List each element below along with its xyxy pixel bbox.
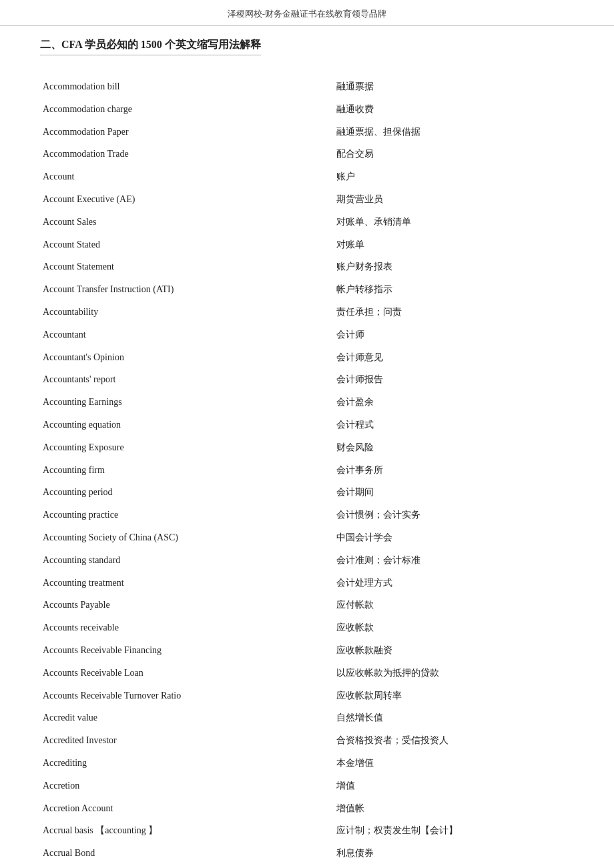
glossary-term-en: Account Sales: [40, 211, 334, 234]
glossary-row: Accountant's Opinion会计师意见: [40, 346, 574, 369]
glossary-row: Accounting equation会计程式: [40, 414, 574, 436]
glossary-term-zh: 会计师意见: [334, 346, 574, 369]
glossary-term-zh: 帐户转移指示: [334, 278, 574, 301]
glossary-row: Accounting treatment会计处理方式: [40, 572, 574, 594]
glossary-row: Accrediting本金增值: [40, 752, 574, 775]
glossary-row: Accounting firm会计事务所: [40, 459, 574, 482]
glossary-row: Accrual basis 【accounting 】应计制；权责发生制【会计】: [40, 819, 574, 842]
glossary-row: Accommodation bill融通票据: [40, 75, 574, 98]
glossary-term-zh: 应收帐款周转率: [334, 685, 574, 707]
glossary-term-en: Accounting equation: [40, 414, 334, 436]
glossary-term-en: Accommodation Trade: [40, 143, 334, 165]
glossary-row: Account Transfer Instruction (ATI)帐户转移指示: [40, 278, 574, 301]
glossary-row: Account Stated对账单: [40, 234, 574, 256]
glossary-term-en: Account Stated: [40, 234, 334, 256]
glossary-term-zh: 融通票据: [334, 75, 574, 98]
glossary-row: Accommodation Trade配合交易: [40, 143, 574, 165]
glossary-term-zh: 会计程式: [334, 414, 574, 436]
glossary-term-en: Accretion Account: [40, 797, 334, 820]
glossary-term-zh: 本金增值: [334, 752, 574, 775]
glossary-term-en: Accredited Investor: [40, 729, 334, 752]
glossary-term-en: Accounting Earnings: [40, 391, 334, 414]
glossary-term-zh: 账户: [334, 165, 574, 188]
glossary-row: Accretion Account增值帐: [40, 797, 574, 820]
glossary-term-en: Accounts Receivable Financing: [40, 639, 334, 662]
glossary-section: Accommodation bill融通票据Accommodation char…: [0, 75, 614, 868]
glossary-term-en: Accountability: [40, 301, 334, 324]
glossary-term-en: Account Executive (AE): [40, 188, 334, 211]
glossary-row: Accountants' report会计师报告: [40, 368, 574, 391]
glossary-row: Accounting period会计期间: [40, 481, 574, 504]
glossary-term-zh: 会计期间: [334, 481, 574, 504]
glossary-row: Accounts Receivable Financing应收帐款融资: [40, 639, 574, 662]
glossary-row: Accounts receivable应收帐款: [40, 616, 574, 639]
glossary-term-zh: 合资格投资者；受信投资人: [334, 729, 574, 752]
page-header: 泽稷网校-财务金融证书在线教育领导品牌: [0, 0, 614, 26]
glossary-term-en: Accounting practice: [40, 504, 334, 526]
page-title: 二、CFA 学员必知的 1500 个英文缩写用法解释: [40, 38, 261, 55]
header-text: 泽稷网校-财务金融证书在线教育领导品牌: [228, 9, 386, 19]
glossary-term-en: Accounting treatment: [40, 572, 334, 594]
glossary-term-zh: 应收帐款: [334, 616, 574, 639]
glossary-term-zh: 利息债券: [334, 842, 574, 865]
glossary-term-en: Accommodation charge: [40, 98, 334, 121]
glossary-row: Account账户: [40, 165, 574, 188]
glossary-row: Accounts Payable应付帐款: [40, 594, 574, 616]
glossary-term-en: Accrediting: [40, 752, 334, 775]
glossary-row: Accommodation Paper融通票据、担保借据: [40, 121, 574, 143]
glossary-term-en: Account Statement: [40, 256, 334, 278]
glossary-table: Accommodation bill融通票据Accommodation char…: [40, 75, 574, 868]
glossary-row: Account Statement账户财务报表: [40, 256, 574, 278]
glossary-term-en: Accrual basis 【accounting 】: [40, 819, 334, 842]
glossary-term-en: Accretion: [40, 775, 334, 797]
glossary-term-zh: 增值帐: [334, 797, 574, 820]
glossary-row: Accommodation charge融通收费: [40, 98, 574, 121]
glossary-term-zh: 对账单: [334, 234, 574, 256]
glossary-row: Accounting Exposure财会风险: [40, 436, 574, 459]
glossary-term-en: Accrual Bond: [40, 842, 334, 865]
glossary-row: Accounting Society of China (ASC)中国会计学会: [40, 526, 574, 549]
glossary-term-zh: 会计盈余: [334, 391, 574, 414]
glossary-term-en: Accommodation Paper: [40, 121, 334, 143]
glossary-row: Accounts Receivable Turnover Ratio应收帐款周转…: [40, 685, 574, 707]
glossary-row: Accounting Earnings会计盈余: [40, 391, 574, 414]
glossary-term-zh: 应付帐款: [334, 594, 574, 616]
glossary-term-en: Accountant: [40, 324, 334, 346]
glossary-row: Accretion增值: [40, 775, 574, 797]
glossary-term-en: Accounting Society of China (ASC): [40, 526, 334, 549]
glossary-term-zh: 融通收费: [334, 98, 574, 121]
glossary-term-zh: 账户财务报表: [334, 256, 574, 278]
glossary-term-zh: 对账单、承销清单: [334, 211, 574, 234]
title-section: 二、CFA 学员必知的 1500 个英文缩写用法解释: [0, 26, 614, 75]
glossary-term-zh: 会计师报告: [334, 368, 574, 391]
glossary-term-zh: 融通票据、担保借据: [334, 121, 574, 143]
glossary-row: Accredited Investor合资格投资者；受信投资人: [40, 729, 574, 752]
glossary-term-en: Accounts Receivable Turnover Ratio: [40, 685, 334, 707]
glossary-term-zh: 会计师: [334, 324, 574, 346]
glossary-term-en: Accountants' report: [40, 368, 334, 391]
glossary-term-en: Accounting firm: [40, 459, 334, 482]
glossary-row: Account Executive (AE)期货营业员: [40, 188, 574, 211]
glossary-row: Accountability责任承担；问责: [40, 301, 574, 324]
glossary-row: Accredit value自然增长值: [40, 707, 574, 729]
glossary-term-zh: 中国会计学会: [334, 526, 574, 549]
glossary-row: Accounts Receivable Loan以应收帐款为抵押的贷款: [40, 662, 574, 685]
glossary-term-zh: 应计制；权责发生制【会计】: [334, 819, 574, 842]
glossary-term-zh: 会计事务所: [334, 459, 574, 482]
glossary-term-zh: 以应收帐款为抵押的贷款: [334, 662, 574, 685]
glossary-term-en: Accrual of Discount: [40, 865, 334, 868]
glossary-row: Accounting standard会计准则；会计标准: [40, 549, 574, 572]
glossary-term-en: Accounts receivable: [40, 616, 334, 639]
glossary-term-zh: 财会风险: [334, 436, 574, 459]
glossary-row: Account Sales对账单、承销清单: [40, 211, 574, 234]
glossary-row: Accrual of Discount应计贴现: [40, 865, 574, 868]
glossary-term-en: Accounts Payable: [40, 594, 334, 616]
glossary-row: Accrual Bond利息债券: [40, 842, 574, 865]
glossary-term-en: Accounting standard: [40, 549, 334, 572]
glossary-term-zh: 会计处理方式: [334, 572, 574, 594]
glossary-term-zh: 责任承担；问责: [334, 301, 574, 324]
glossary-term-en: Account: [40, 165, 334, 188]
glossary-term-zh: 应收帐款融资: [334, 639, 574, 662]
glossary-term-zh: 会计惯例；会计实务: [334, 504, 574, 526]
glossary-term-en: Accounting Exposure: [40, 436, 334, 459]
